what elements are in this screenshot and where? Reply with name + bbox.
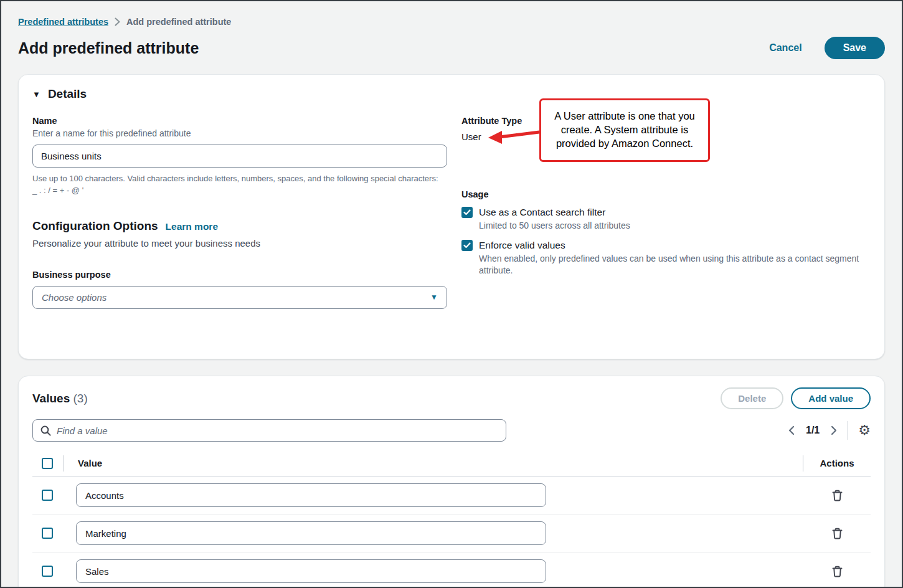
usage-option-contact-search-filter: Use as a Contact search filter Limited t…: [461, 207, 871, 232]
collapse-caret-icon: ▼: [32, 90, 40, 99]
table-row: [32, 514, 871, 552]
row-checkbox[interactable]: [42, 566, 53, 577]
business-purpose-select[interactable]: Choose options ▼: [32, 286, 447, 309]
table-header-row: Value Actions: [32, 450, 871, 477]
value-input[interactable]: [76, 521, 546, 545]
name-input[interactable]: [32, 145, 447, 168]
name-field: Name Enter a name for this predefined at…: [32, 116, 447, 197]
configuration-options-heading: Configuration Options: [32, 219, 158, 233]
chevron-down-icon: ▼: [430, 293, 438, 301]
breadcrumb-link-predefined-attributes[interactable]: Predefined attributes: [18, 17, 108, 27]
toolbar-divider: [848, 421, 848, 440]
usage-option-enforce-valid-values: Enforce valid values When enabled, only …: [461, 240, 871, 277]
breadcrumb-chevron-icon: [115, 17, 120, 26]
annotation-callout: A User attribute is one that you create.…: [539, 98, 710, 162]
details-grid: Name Enter a name for this predefined at…: [32, 116, 871, 309]
values-header: Values (3) Delete Add value: [32, 387, 871, 409]
values-heading: Values (3): [32, 392, 88, 405]
values-actions: Delete Add value: [721, 387, 871, 409]
save-button[interactable]: Save: [825, 37, 885, 59]
trash-icon: [832, 490, 843, 501]
cancel-button[interactable]: Cancel: [769, 42, 801, 54]
learn-more-link[interactable]: Learn more: [166, 221, 218, 232]
details-left-column: Name Enter a name for this predefined at…: [32, 116, 447, 309]
delete-row-button[interactable]: [830, 525, 845, 542]
page-title: Add predefined attribute: [18, 39, 199, 57]
usage-section: Usage Use as a Contact search filter Lim…: [461, 189, 871, 277]
value-input[interactable]: [76, 483, 546, 507]
table-row: [32, 552, 871, 588]
value-column-header: Value: [78, 458, 803, 468]
table-row: [32, 477, 871, 514]
name-constraint-text: Use up to 100 characters. Valid characte…: [32, 173, 441, 197]
delete-button[interactable]: Delete: [721, 387, 783, 409]
header-actions: Cancel Save: [769, 37, 885, 59]
add-value-button[interactable]: Add value: [791, 387, 871, 409]
value-search-input[interactable]: [57, 425, 498, 436]
enforce-valid-values-label: Enforce valid values: [479, 240, 565, 251]
actions-column-header: Actions: [803, 458, 871, 468]
search-icon: [40, 425, 51, 436]
page-header: Add predefined attribute Cancel Save: [18, 37, 885, 59]
configuration-options-section: Configuration Options Learn more Persona…: [32, 219, 447, 309]
row-checkbox[interactable]: [42, 490, 53, 501]
values-toolbar: 1/1 ⚙: [32, 419, 871, 442]
breadcrumb: Predefined attributes Add predefined att…: [18, 17, 885, 27]
values-count: (3): [73, 392, 88, 405]
usage-label: Usage: [461, 189, 871, 199]
value-search-box: [32, 419, 506, 442]
values-heading-text: Values: [32, 392, 70, 405]
page-indicator: 1/1: [806, 425, 820, 436]
delete-row-button[interactable]: [830, 563, 845, 580]
name-description: Enter a name for this predefined attribu…: [32, 128, 447, 138]
name-label: Name: [32, 116, 447, 126]
app-window: Predefined attributes Add predefined att…: [0, 0, 903, 588]
previous-page-icon[interactable]: [788, 425, 795, 435]
details-heading: Details: [48, 87, 87, 101]
trash-icon: [832, 566, 843, 577]
details-card: ▼ Details Name Enter a name for this pre…: [18, 74, 885, 359]
enforce-valid-values-checkbox[interactable]: [461, 240, 473, 251]
annotation-arrow-icon: [487, 127, 541, 146]
contact-search-filter-description: Limited to 50 users across all attribute…: [479, 220, 871, 232]
values-card: Values (3) Delete Add value 1/1: [18, 376, 885, 588]
value-input[interactable]: [76, 559, 546, 583]
business-purpose-label: Business purpose: [32, 270, 447, 280]
breadcrumb-current: Add predefined attribute: [126, 17, 231, 27]
select-all-checkbox[interactable]: [42, 458, 53, 469]
configuration-description: Personalize your attribute to meet your …: [32, 238, 447, 249]
pagination: 1/1: [788, 425, 838, 436]
contact-search-filter-label: Use as a Contact search filter: [479, 207, 605, 218]
enforce-valid-values-description: When enabled, only predefined values can…: [479, 253, 871, 277]
delete-row-button[interactable]: [830, 487, 845, 504]
values-table: Value Actions: [32, 450, 871, 588]
gear-icon[interactable]: ⚙: [858, 424, 871, 437]
next-page-icon[interactable]: [831, 425, 838, 435]
row-checkbox[interactable]: [42, 528, 53, 539]
details-section-header[interactable]: ▼ Details: [32, 87, 871, 101]
trash-icon: [832, 528, 843, 539]
header-divider: [64, 455, 64, 472]
business-purpose-placeholder: Choose options: [42, 292, 106, 303]
contact-search-filter-checkbox[interactable]: [461, 207, 473, 218]
